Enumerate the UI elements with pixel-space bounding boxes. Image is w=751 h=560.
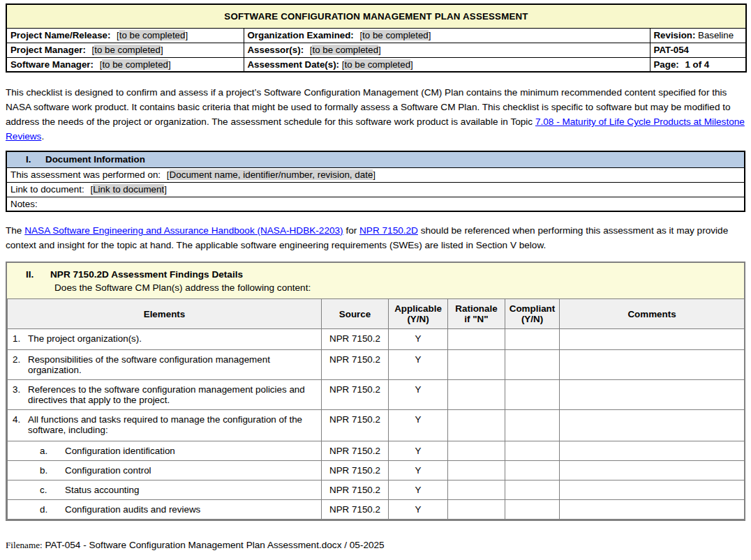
project-name-label: Project Name/Release: <box>10 30 110 40</box>
revision-value: Baseline <box>698 30 734 40</box>
comments-cell <box>560 410 745 441</box>
element-cell: d.Configuration audits and reviews <box>8 500 322 520</box>
assessment-date-field[interactable]: [to be completed] <box>342 59 413 70</box>
intro-paragraph: This checklist is designed to confirm an… <box>6 85 745 144</box>
handbook-link[interactable]: NASA Software Engineering and Assurance … <box>24 225 343 236</box>
findings-header-row: Elements Source Applicable (Y/N) Rationa… <box>8 299 745 329</box>
rationale-cell <box>448 500 505 520</box>
element-cell: a.Configuration identification <box>8 441 322 461</box>
performed-on-label: This assessment was performed on: <box>10 169 161 180</box>
col-source: Source <box>322 299 389 329</box>
section2-block: II. NPR 7150.2D Assessment Findings Deta… <box>6 262 745 521</box>
compliant-cell <box>505 461 560 480</box>
revision-label: Revision: <box>654 30 696 40</box>
source-cell: NPR 7150.2 <box>322 500 389 520</box>
table-row: a.Configuration identification NPR 7150.… <box>8 441 745 461</box>
comments-cell <box>560 500 745 520</box>
comments-cell <box>560 380 745 410</box>
comments-cell <box>560 461 745 480</box>
project-manager-field[interactable]: [to be completed] <box>92 45 163 55</box>
project-name-cell: Project Name/Release: [to be completed] <box>6 28 244 43</box>
notes-label: Notes: <box>10 199 38 209</box>
section1-title: Document Information <box>45 154 145 165</box>
applicable-cell: Y <box>389 350 448 380</box>
col-applicable: Applicable (Y/N) <box>389 299 448 329</box>
page-label: Page: <box>654 59 679 70</box>
section2-subtitle: Does the Software CM Plan(s) address the… <box>7 282 744 293</box>
assessment-date-label: Assessment Date(s): <box>248 59 340 70</box>
title-row: SOFTWARE CONFIGURATION MANAGEMENT PLAN A… <box>6 4 746 28</box>
software-manager-cell: Software Manager: [to be completed] <box>6 57 244 72</box>
source-cell: NPR 7150.2 <box>322 350 389 380</box>
header-row-1: Project Name/Release: [to be completed] … <box>6 28 746 43</box>
organization-label: Organization Examined: <box>248 30 354 40</box>
findings-table: Elements Source Applicable (Y/N) Rationa… <box>7 298 745 520</box>
header-row-2: Project Manager: [to be completed] Asses… <box>6 43 746 57</box>
filename-label: Filename: <box>6 540 43 550</box>
page-number-cell: Page: 1 of 4 <box>650 57 746 72</box>
rationale-cell <box>448 380 505 410</box>
table-row: c.Status accounting NPR 7150.2 Y <box>8 480 745 500</box>
table-row: 3.References to the software configurati… <box>8 380 745 410</box>
section1-row-notes: Notes: <box>6 197 745 211</box>
applicable-cell: Y <box>389 461 448 480</box>
assessor-field[interactable]: [to be completed] <box>310 45 381 55</box>
table-row: b.Configuration control NPR 7150.2 Y <box>8 461 745 480</box>
element-cell: 2.Responsibilities of the software confi… <box>8 350 322 380</box>
section1-table: I.Document Information This assessment w… <box>6 151 745 212</box>
rationale-cell <box>448 329 505 350</box>
section2-number: II. <box>26 269 50 280</box>
rationale-cell <box>448 410 505 441</box>
compliant-cell <box>505 329 560 350</box>
software-manager-label: Software Manager: <box>10 59 94 70</box>
element-cell: 1.The project organization(s). <box>8 329 322 350</box>
section1-row-performed-on: This assessment was performed on: [Docum… <box>6 167 745 182</box>
performed-on-field[interactable]: [Document name, identifier/number, revis… <box>167 169 376 180</box>
organization-cell: Organization Examined: [to be completed] <box>244 28 650 43</box>
applicable-cell: Y <box>389 329 448 350</box>
table-row: d.Configuration audits and reviews NPR 7… <box>8 500 745 520</box>
source-cell: NPR 7150.2 <box>322 480 389 500</box>
section1-header-cell: I.Document Information <box>6 151 745 167</box>
project-manager-label: Project Manager: <box>10 45 86 55</box>
document-title: SOFTWARE CONFIGURATION MANAGEMENT PLAN A… <box>6 4 746 28</box>
col-comments: Comments <box>560 299 745 329</box>
header-table: SOFTWARE CONFIGURATION MANAGEMENT PLAN A… <box>6 3 747 73</box>
applicable-cell: Y <box>389 441 448 461</box>
comments-cell <box>560 350 745 380</box>
compliant-cell <box>505 480 560 500</box>
element-cell: 4.All functions and tasks required to ma… <box>8 410 322 441</box>
table-row: 1.The project organization(s). NPR 7150.… <box>8 329 745 350</box>
comments-cell <box>560 329 745 350</box>
software-manager-field[interactable]: [to be completed] <box>100 59 171 70</box>
applicable-cell: Y <box>389 380 448 410</box>
section2-header: II. NPR 7150.2D Assessment Findings Deta… <box>7 263 744 298</box>
project-manager-cell: Project Manager: [to be completed] <box>6 43 244 57</box>
organization-field[interactable]: [to be completed] <box>359 30 431 40</box>
col-rationale: Rationale if "N" <box>448 299 505 329</box>
compliant-cell <box>505 410 560 441</box>
section1-header: I.Document Information <box>6 151 745 167</box>
revision-cell: Revision: Baseline <box>650 28 746 43</box>
rationale-cell <box>448 480 505 500</box>
npr-link[interactable]: NPR 7150.2D <box>359 225 418 236</box>
element-cell: c.Status accounting <box>8 480 322 500</box>
filename-value: PAT-054 - Software Configuration Managem… <box>45 540 385 550</box>
source-cell: NPR 7150.2 <box>322 380 389 410</box>
applicable-cell: Y <box>389 480 448 500</box>
applicable-cell: Y <box>389 410 448 441</box>
source-cell: NPR 7150.2 <box>322 329 389 350</box>
link-to-document-field[interactable]: [Link to document] <box>90 184 166 195</box>
link-to-document-label: Link to document: <box>10 184 84 195</box>
compliant-cell <box>505 500 560 520</box>
section1-number: I. <box>26 154 45 165</box>
col-compliant: Compliant (Y/N) <box>505 299 560 329</box>
assessor-label: Assessor(s): <box>248 45 304 55</box>
footer: Filename: PAT-054 - Software Configurati… <box>6 540 745 551</box>
element-cell: b.Configuration control <box>8 461 322 480</box>
table-row: 4.All functions and tasks required to ma… <box>8 410 745 441</box>
comments-cell <box>560 480 745 500</box>
project-name-field[interactable]: [to be completed] <box>117 30 188 40</box>
document-page: SOFTWARE CONFIGURATION MANAGEMENT PLAN A… <box>0 0 751 551</box>
compliant-cell <box>505 350 560 380</box>
